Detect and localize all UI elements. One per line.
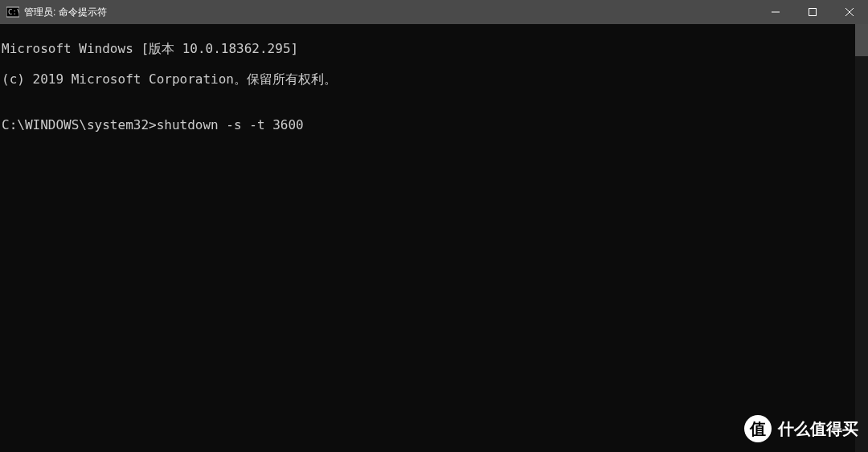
window-controls — [757, 0, 868, 24]
watermark: 值 什么值得买 — [744, 415, 858, 442]
terminal-line-copyright: (c) 2019 Microsoft Corporation。保留所有权利。 — [2, 71, 866, 87]
cmd-icon: C:\ — [6, 6, 19, 18]
watermark-badge-icon: 值 — [744, 415, 772, 442]
maximize-button[interactable] — [794, 0, 831, 24]
terminal-prompt: C:\WINDOWS\system32> — [2, 117, 157, 132]
terminal-prompt-line: C:\WINDOWS\system32>shutdown -s -t 3600 — [2, 117, 866, 132]
window-titlebar: C:\ 管理员: 命令提示符 — [0, 0, 868, 24]
watermark-text: 什么值得买 — [778, 418, 858, 440]
terminal-line-version: Microsoft Windows [版本 10.0.18362.295] — [2, 41, 866, 56]
terminal-command: shutdown -s -t 3600 — [157, 117, 304, 132]
titlebar-left: C:\ 管理员: 命令提示符 — [0, 6, 107, 19]
svg-text:C:\: C:\ — [8, 8, 19, 16]
svg-rect-3 — [809, 9, 817, 16]
vertical-scrollbar[interactable] — [855, 24, 868, 452]
terminal-content[interactable]: Microsoft Windows [版本 10.0.18362.295] (c… — [0, 24, 868, 452]
minimize-button[interactable] — [757, 0, 794, 24]
scrollbar-thumb[interactable] — [855, 24, 868, 56]
window-title: 管理员: 命令提示符 — [24, 6, 107, 19]
close-button[interactable] — [831, 0, 868, 24]
